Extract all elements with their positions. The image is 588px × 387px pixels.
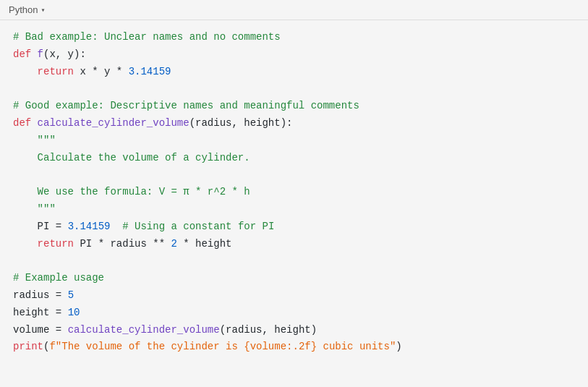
code-token: return [38, 238, 80, 250]
code-token: PI * radius ** [80, 238, 171, 250]
code-token: def [13, 48, 38, 60]
code-token: 5 [68, 289, 74, 301]
code-token: volume = [13, 324, 68, 336]
toolbar: Python ▾ [0, 0, 588, 20]
code-token: PI = [13, 221, 68, 232]
code-token: x * y * [80, 66, 128, 77]
code-token: def [13, 117, 38, 129]
code-token: radius = [13, 289, 68, 301]
code-token: calculate_cylinder_volume [68, 324, 220, 336]
code-token: 3.14159 [68, 221, 111, 232]
language-label: Python [9, 4, 38, 15]
code-comment: # Example usage [13, 272, 104, 284]
code-token [13, 66, 38, 77]
code-token: (radius, height): [189, 117, 293, 129]
chevron-down-icon[interactable]: ▾ [41, 6, 45, 14]
code-token: f [38, 48, 43, 60]
code-token: f"The volume of the cylinder is {volume:… [49, 341, 396, 352]
code-block: # Bad example: Unclear names and no comm… [0, 20, 588, 370]
code-token: """ [38, 203, 56, 215]
code-token: ) [396, 341, 401, 352]
code-token: 10 [68, 307, 80, 318]
code-token: 3.14159 [129, 66, 171, 77]
code-token: (x, y): [43, 48, 86, 60]
code-token: """ [38, 135, 56, 146]
code-token: 2 [171, 238, 176, 250]
code-token: print [13, 341, 43, 352]
code-token [13, 135, 38, 146]
code-token: height = [13, 307, 68, 318]
code-token: * height [177, 238, 232, 250]
code-token [13, 186, 38, 197]
code-token [110, 221, 122, 232]
code-container: Python ▾ # Bad example: Unclear names an… [0, 0, 588, 387]
code-token: return [38, 66, 80, 77]
code-token: calculate_cylinder_volume [38, 117, 189, 129]
code-token [13, 238, 38, 250]
code-comment: # Bad example: Unclear names and no comm… [13, 31, 281, 43]
code-token: (radius, height) [220, 324, 317, 336]
code-token [13, 203, 38, 215]
code-token: We use the formula: V = π * r^2 * h [38, 186, 250, 197]
code-token: # Using a constant for PI [122, 221, 274, 232]
code-token [13, 152, 38, 163]
code-token: Calculate the volume of a cylinder. [38, 152, 250, 163]
code-comment: # Good example: Descriptive names and me… [13, 100, 359, 111]
